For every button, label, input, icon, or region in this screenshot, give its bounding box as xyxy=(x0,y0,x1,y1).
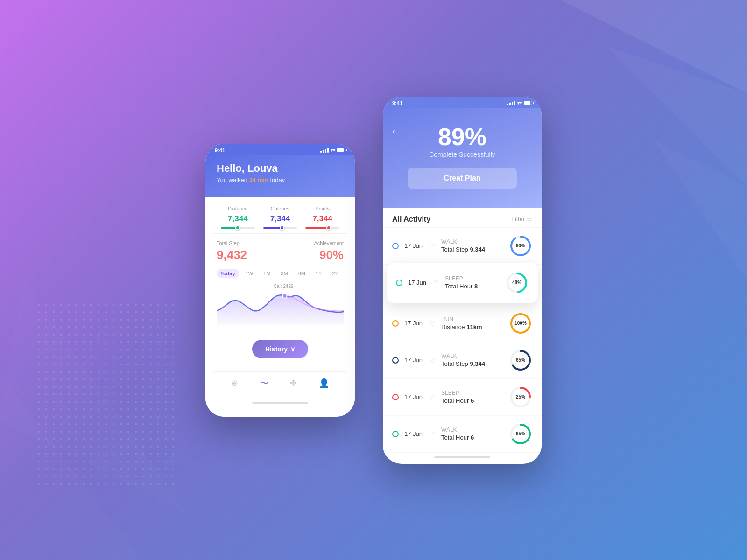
creat-plan-button[interactable]: Creat Plan xyxy=(408,168,517,189)
activity-item: 17 Jun ♡ RUN Distance 11km 100% xyxy=(383,305,542,342)
activity-info: WALK Total Step 9,344 xyxy=(441,353,503,367)
tab-1y[interactable]: 1Y xyxy=(312,269,325,278)
activity-date: 17 Jun xyxy=(404,430,424,437)
home-indicator2 xyxy=(434,456,490,458)
activity-info: RUN Distance 11km xyxy=(441,316,503,330)
activity-item: 17 Jun ♡ WALK Total Hour 6 65% xyxy=(383,416,542,453)
activity-date: 17 Jun xyxy=(404,320,424,327)
activity-type: WALK xyxy=(441,238,503,245)
walked-minutes: 34 min xyxy=(249,176,268,183)
progress-text: 48% xyxy=(505,271,529,294)
activity-dot xyxy=(392,431,399,437)
activity-date: 17 Jun xyxy=(404,242,424,249)
activity-chart xyxy=(217,283,344,325)
activity-dot xyxy=(392,394,399,400)
svg-marker-1 xyxy=(607,47,747,187)
tab-6m[interactable]: 6M xyxy=(295,269,309,278)
filter-button[interactable]: Filter ☰ xyxy=(511,216,532,223)
circle-progress: 48% xyxy=(505,271,529,294)
svg-marker-4 xyxy=(0,280,187,513)
filter-icon: ☰ xyxy=(527,216,532,223)
activity-dot xyxy=(392,320,399,327)
activity-type: RUN xyxy=(441,316,503,322)
activity-type: WALK xyxy=(441,427,503,433)
chevron-down-icon: ∨ xyxy=(290,345,295,353)
tab-today[interactable]: Today xyxy=(217,269,239,278)
phone2-header: ‹ 89% Complete Successfully Creat Plan xyxy=(383,108,542,208)
signal-icon2 xyxy=(507,101,515,105)
activity-info: WALK Total Hour 6 xyxy=(441,427,503,441)
greeting: Hello, Louva xyxy=(217,162,344,175)
activity-dot xyxy=(396,280,402,286)
activity-detail: Total Hour 8 xyxy=(445,283,500,290)
activity-dot xyxy=(392,243,399,249)
tab-2y[interactable]: 2Y xyxy=(328,269,342,278)
activity-info: SLEEP Total Hour 6 xyxy=(441,390,503,404)
metrics-row: Total Step 9,432 Achievement 90% xyxy=(213,234,347,266)
svg-rect-6 xyxy=(37,303,177,490)
history-button[interactable]: History ∨ xyxy=(252,340,308,358)
stat-points: Points 7,344 xyxy=(301,206,344,229)
signal-icon xyxy=(320,148,329,153)
subtitle: You walked 34 min today xyxy=(217,176,344,183)
circle-progress: 25% xyxy=(509,385,532,409)
activity-info: WALK Total Step 9,344 xyxy=(441,238,503,253)
battery-icon xyxy=(337,148,345,152)
trending-icon[interactable]: 〜 xyxy=(260,378,268,389)
activity-info: SLEEP Total Hour 8 xyxy=(445,275,500,290)
subtitle-pre: You walked xyxy=(217,176,249,183)
activity-type: SLEEP xyxy=(441,390,503,396)
complete-text: Complete Successfully xyxy=(394,151,530,158)
time-phone2: 9:41 xyxy=(392,100,402,106)
activity-item: 17 Jun ♡ WALK Total Step 9,344 65% xyxy=(383,342,542,379)
compass-icon[interactable]: ⊕ xyxy=(231,378,238,388)
chart-area: Cal: 2429 xyxy=(213,283,347,334)
circle-progress: 65% xyxy=(509,422,532,446)
subtitle-post: today xyxy=(268,176,285,183)
nav-bar: ⊕ 〜 ✤ 👤 xyxy=(213,371,347,398)
status-icons-phone1: ▾▾ xyxy=(320,147,345,153)
tab-3m[interactable]: 3M xyxy=(277,269,291,278)
status-bar-phone2: 9:41 ▾▾ xyxy=(383,97,542,108)
crosshair-icon[interactable]: ✤ xyxy=(290,378,297,388)
activity-item: 17 Jun ♡ SLEEP Total Hour 6 25% xyxy=(383,379,542,416)
phone1: 9:41 ▾▾ Hello, Louva You walked 34 min t… xyxy=(205,144,355,417)
status-bar-phone1: 9:41 ▾▾ xyxy=(205,144,355,155)
wifi-icon2: ▾▾ xyxy=(517,100,522,105)
activity-date: 17 Jun xyxy=(408,279,428,286)
phone1-body: Distance 7,344 Calories 7,344 xyxy=(205,197,355,417)
activity-detail: Total Step 9,344 xyxy=(441,360,503,367)
tab-1w[interactable]: 1W xyxy=(242,269,257,278)
heart-icon: ♡ xyxy=(430,320,436,327)
tab-1m[interactable]: 1M xyxy=(260,269,274,278)
heart-icon: ♡ xyxy=(430,357,436,364)
progress-text: 90% xyxy=(509,234,532,258)
phone2-body: All Activity Filter ☰ 17 Jun ♡ WALK Tota… xyxy=(383,208,542,458)
back-button[interactable]: ‹ xyxy=(392,126,395,136)
wifi-icon: ▾▾ xyxy=(331,147,335,153)
activity-detail: Distance 11km xyxy=(441,323,503,330)
total-step-metric: Total Step 9,432 xyxy=(217,240,247,262)
activity-date: 17 Jun xyxy=(404,357,424,364)
activity-detail: Total Step 9,344 xyxy=(441,246,503,253)
progress-text: 65% xyxy=(509,422,532,446)
heart-icon: ♡ xyxy=(430,242,436,250)
battery-icon2 xyxy=(524,101,532,105)
activity-detail: Total Hour 6 xyxy=(441,397,503,404)
progress-text: 25% xyxy=(509,385,532,409)
phones-container: 9:41 ▾▾ Hello, Louva You walked 34 min t… xyxy=(205,97,542,464)
activity-header: All Activity Filter ☰ xyxy=(383,208,542,228)
time-tabs: Today 1W 1M 3M 6M 1Y 2Y xyxy=(213,266,347,283)
stats-row: Distance 7,344 Calories 7,344 xyxy=(213,197,347,234)
stat-calories: Calories 7,344 xyxy=(259,206,302,229)
heart-icon: ♡ xyxy=(430,393,436,401)
progress-text: 100% xyxy=(509,312,532,335)
activity-dot xyxy=(392,357,399,364)
activity-item: 17 Jun ♡ WALK Total Step 9,344 90% xyxy=(383,228,542,265)
circle-progress: 65% xyxy=(509,349,532,372)
svg-marker-0 xyxy=(560,0,747,93)
activity-list: 17 Jun ♡ WALK Total Step 9,344 90% 17 Ju… xyxy=(383,228,542,453)
progress-text: 65% xyxy=(509,349,532,372)
activity-title: All Activity xyxy=(392,215,430,224)
person-icon[interactable]: 👤 xyxy=(319,378,329,388)
